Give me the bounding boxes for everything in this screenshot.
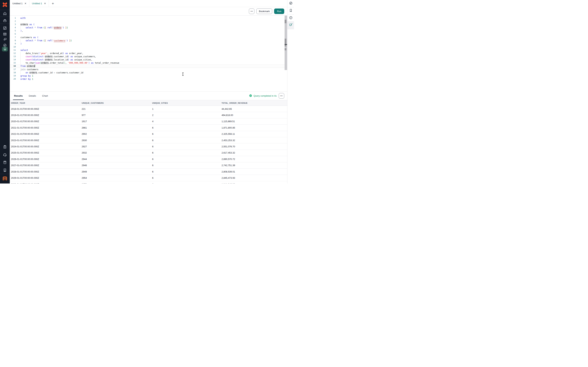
code-line[interactable]: 10 xyxy=(10,45,287,49)
table-row[interactable]: 2025-01-01T00:00:00.000Z293262,617,453.3… xyxy=(10,150,287,156)
code-line[interactable]: 5), xyxy=(10,29,287,33)
divider xyxy=(0,174,10,174)
token: ' xyxy=(52,39,54,42)
token: with xyxy=(20,17,26,19)
token: total_order_revenue xyxy=(94,62,119,64)
new-tab-button[interactable]: + xyxy=(49,0,57,7)
code-line[interactable]: 17join customers xyxy=(10,68,287,71)
column-header-order-year[interactable]: ORDER_YEAR xyxy=(10,100,82,106)
code-line[interactable]: 19group by 1 xyxy=(10,74,287,77)
table-row[interactable]: 2020-01-01T00:00:00.000Z191741,115,869.5… xyxy=(10,118,287,125)
line-number: 3 xyxy=(10,23,16,26)
building-icon xyxy=(3,168,7,172)
code-line[interactable]: 4 select * from {{ ref('orders') }} xyxy=(10,26,287,29)
tab-untitled-2-active[interactable]: Untitled 1 ✕ xyxy=(29,0,49,7)
code-line[interactable]: 9) xyxy=(10,42,287,45)
archive-drawer-icon xyxy=(3,18,7,23)
table-row[interactable]: 2022-01-01T00:00:00.000Z290262,325,556.1… xyxy=(10,131,287,137)
sidebar-item-changelog[interactable] xyxy=(0,144,10,150)
sidebar-item-docs[interactable] xyxy=(0,159,10,165)
sidebar-item-history[interactable] xyxy=(287,15,294,22)
code-line[interactable]: 16from orders xyxy=(10,65,287,68)
column-header-unique-customers[interactable]: UNIQUE_CUSTOMERS xyxy=(82,100,152,106)
sidebar-item-collections[interactable] xyxy=(0,17,10,24)
headset-icon xyxy=(3,153,7,157)
tab-untitled-1[interactable]: Untitled 1 ✕ xyxy=(10,0,29,7)
table-row[interactable]: 2028-01-01T00:00:00.000Z294962,808,539.0… xyxy=(10,168,287,175)
scroll-mark xyxy=(285,39,286,44)
sidebar-item-notebook-active[interactable] xyxy=(2,47,8,51)
code-line[interactable]: 20order by 1 xyxy=(10,77,287,81)
token: ( xyxy=(33,23,35,26)
sidebar-item-apps[interactable] xyxy=(0,36,10,42)
table-cell: 2020-01-01T00:00:00.000Z xyxy=(10,118,82,125)
text-caret xyxy=(35,65,35,67)
token: .order_total xyxy=(49,62,64,64)
column-header-total-order-revenue[interactable]: TOTAL_ORDER_REVENUE xyxy=(222,100,287,106)
table-row[interactable]: 2026-01-01T00:00:00.000Z294462,690,570.7… xyxy=(10,156,287,162)
table-row[interactable]: 2030-01-01T00:00:00.000Z287961,841,049.3… xyxy=(10,181,287,184)
code-text: on orders.customer_id = customers.custom… xyxy=(20,71,83,74)
code-line[interactable]: 12 date_trunc('year', ordered_at) as ord… xyxy=(10,52,287,55)
token: .customer_id xyxy=(52,55,68,58)
bookmark-button[interactable]: Bookmark xyxy=(256,8,272,14)
tab-details[interactable]: Details xyxy=(28,92,37,100)
user-avatar[interactable] xyxy=(3,176,7,181)
sidebar-item-explore-right[interactable] xyxy=(287,0,294,7)
column-header-unique-cities[interactable]: UNIQUE_CITIES xyxy=(152,100,222,106)
code-line[interactable]: 7customers as ( xyxy=(10,36,287,39)
results-more-button[interactable]: ••• xyxy=(279,93,284,99)
code-line[interactable]: 13 count(distinct orders.customer_id) as… xyxy=(10,55,287,58)
close-icon[interactable]: ✕ xyxy=(25,2,26,5)
hex-logo-icon[interactable] xyxy=(2,2,8,7)
scroll-mark xyxy=(285,20,286,23)
table-row[interactable]: 2029-01-01T00:00:00.000Z295462,845,473.9… xyxy=(10,175,287,181)
token: '999,999,999.00' xyxy=(68,62,88,64)
table-row[interactable]: 2021-01-01T00:00:00.000Z266161,871,800.8… xyxy=(10,125,287,131)
scroll-mark xyxy=(285,45,286,46)
code-line[interactable]: 6 xyxy=(10,33,287,36)
run-button[interactable]: Run xyxy=(274,8,284,14)
token: as xyxy=(70,55,73,58)
code-line[interactable]: 1with xyxy=(10,17,287,20)
sidebar-item-home[interactable] xyxy=(0,10,10,17)
table-row[interactable]: 2027-01-01T00:00:00.000Z294662,742,751.3… xyxy=(10,162,287,168)
tab-chart[interactable]: Chart xyxy=(41,92,49,100)
code-line[interactable]: 14 count(distinct orders.location_id) as… xyxy=(10,58,287,61)
table-cell: 2902 xyxy=(82,131,152,137)
code-line[interactable]: 18 on orders.customer_id = customers.cus… xyxy=(10,71,287,74)
table-cell: 2019-01-01T00:00:00.000Z xyxy=(10,112,82,118)
sidebar-item-dashboard[interactable] xyxy=(0,25,10,31)
code-line[interactable]: 3orders as ( xyxy=(10,23,287,26)
sidebar-item-ai-chat[interactable] xyxy=(287,22,294,29)
table-row[interactable]: 2018-01-01T00:00:00.000Z221144,442.65 xyxy=(10,106,287,112)
line-number: 14 xyxy=(10,58,16,61)
check-circle-icon xyxy=(249,94,252,98)
query-status: Query completed in 4s xyxy=(249,92,277,100)
code-line[interactable]: 11select xyxy=(10,49,287,52)
table-row[interactable]: 2019-01-01T00:00:00.000Z9772494,818.00 xyxy=(10,112,287,118)
code-line[interactable]: 2 xyxy=(10,20,287,23)
code-line[interactable]: 15 to_char(sum(orders.order_total), '999… xyxy=(10,61,287,65)
tab-results[interactable]: Results xyxy=(13,92,24,100)
table-row[interactable]: 2024-01-01T00:00:00.000Z292762,551,076.7… xyxy=(10,143,287,150)
token: distinct xyxy=(33,55,43,58)
token xyxy=(36,26,37,29)
sidebar-item-support[interactable] xyxy=(0,151,10,158)
more-options-button[interactable]: ••• xyxy=(249,8,254,14)
token: from xyxy=(20,65,26,67)
token: group xyxy=(20,75,27,77)
token xyxy=(28,23,29,26)
code-line[interactable]: 8 select * from {{ ref('customers') }} xyxy=(10,39,287,42)
status-text: Query completed in 4s xyxy=(253,94,277,97)
sql-editor[interactable]: 1with23orders as (4 select * from {{ ref… xyxy=(10,16,287,92)
close-icon[interactable]: ✕ xyxy=(44,2,46,5)
token: join xyxy=(20,68,26,71)
table-cell: 1,115,869.51 xyxy=(222,118,287,125)
sidebar-item-organization[interactable] xyxy=(0,167,10,173)
token: , ordered_at xyxy=(47,52,63,55)
editor-scrollbar[interactable] xyxy=(285,16,287,70)
sidebar-item-bookmarks[interactable] xyxy=(287,7,294,14)
line-number: 2 xyxy=(10,20,16,23)
table-row[interactable]: 2023-01-01T00:00:00.000Z293062,453,253.3… xyxy=(10,137,287,143)
